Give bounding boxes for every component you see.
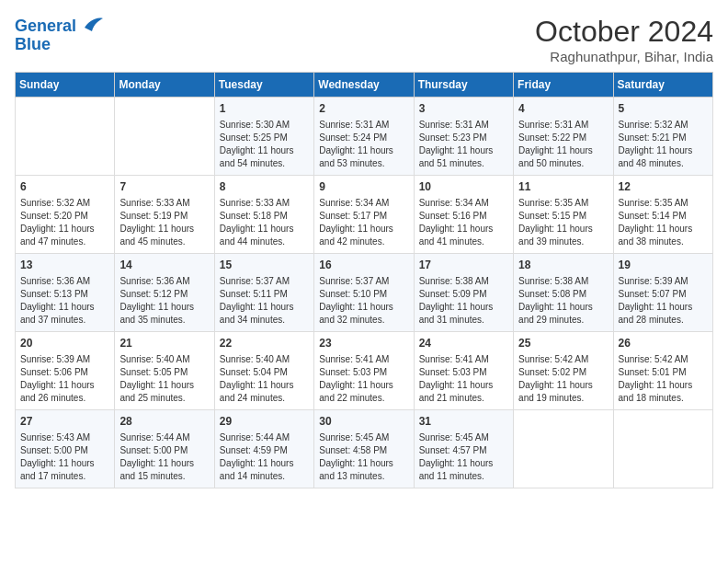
day-number: 29 bbox=[220, 414, 309, 430]
day-info: Sunrise: 5:37 AM Sunset: 5:10 PM Dayligh… bbox=[319, 275, 408, 327]
calendar-cell: 8Sunrise: 5:33 AM Sunset: 5:18 PM Daylig… bbox=[214, 176, 313, 254]
day-info: Sunrise: 5:39 AM Sunset: 5:06 PM Dayligh… bbox=[20, 353, 109, 405]
calendar-cell: 11Sunrise: 5:35 AM Sunset: 5:15 PM Dayli… bbox=[514, 176, 613, 254]
calendar-cell: 25Sunrise: 5:42 AM Sunset: 5:02 PM Dayli… bbox=[514, 332, 613, 410]
day-number: 6 bbox=[20, 179, 109, 195]
day-info: Sunrise: 5:42 AM Sunset: 5:02 PM Dayligh… bbox=[518, 353, 608, 405]
calendar-cell: 13Sunrise: 5:36 AM Sunset: 5:13 PM Dayli… bbox=[16, 254, 115, 332]
logo-general: General bbox=[15, 17, 76, 35]
day-info: Sunrise: 5:38 AM Sunset: 5:08 PM Dayligh… bbox=[518, 275, 608, 327]
calendar-cell bbox=[514, 410, 613, 488]
calendar-cell: 3Sunrise: 5:31 AM Sunset: 5:23 PM Daylig… bbox=[414, 98, 513, 176]
col-header-sunday: Sunday bbox=[16, 73, 115, 98]
calendar-cell: 17Sunrise: 5:38 AM Sunset: 5:09 PM Dayli… bbox=[414, 254, 513, 332]
day-number: 27 bbox=[20, 414, 109, 430]
day-number: 21 bbox=[119, 336, 209, 351]
calendar-cell: 29Sunrise: 5:44 AM Sunset: 4:59 PM Dayli… bbox=[214, 410, 313, 488]
day-number: 7 bbox=[119, 179, 209, 195]
day-info: Sunrise: 5:41 AM Sunset: 5:03 PM Dayligh… bbox=[419, 353, 508, 405]
day-number: 24 bbox=[419, 336, 508, 351]
day-number: 3 bbox=[419, 101, 508, 117]
calendar-cell: 14Sunrise: 5:36 AM Sunset: 5:12 PM Dayli… bbox=[115, 254, 214, 332]
calendar-cell: 5Sunrise: 5:32 AM Sunset: 5:21 PM Daylig… bbox=[613, 98, 712, 176]
col-header-tuesday: Tuesday bbox=[214, 73, 313, 98]
day-info: Sunrise: 5:33 AM Sunset: 5:19 PM Dayligh… bbox=[119, 197, 209, 248]
calendar-cell: 24Sunrise: 5:41 AM Sunset: 5:03 PM Dayli… bbox=[414, 332, 513, 410]
day-info: Sunrise: 5:45 AM Sunset: 4:58 PM Dayligh… bbox=[319, 431, 408, 483]
calendar-cell: 7Sunrise: 5:33 AM Sunset: 5:19 PM Daylig… bbox=[115, 176, 214, 254]
day-info: Sunrise: 5:36 AM Sunset: 5:12 PM Dayligh… bbox=[119, 275, 209, 327]
calendar-cell bbox=[613, 410, 712, 488]
day-info: Sunrise: 5:32 AM Sunset: 5:20 PM Dayligh… bbox=[20, 197, 109, 248]
calendar-cell: 10Sunrise: 5:34 AM Sunset: 5:16 PM Dayli… bbox=[414, 176, 513, 254]
page-header: General Blue October 2024 Raghunathpur, … bbox=[15, 15, 713, 64]
day-number: 15 bbox=[220, 258, 309, 273]
calendar-cell: 4Sunrise: 5:31 AM Sunset: 5:22 PM Daylig… bbox=[514, 98, 613, 176]
day-info: Sunrise: 5:43 AM Sunset: 5:00 PM Dayligh… bbox=[20, 431, 109, 483]
calendar-cell: 22Sunrise: 5:40 AM Sunset: 5:04 PM Dayli… bbox=[214, 332, 313, 410]
calendar-cell: 1Sunrise: 5:30 AM Sunset: 5:25 PM Daylig… bbox=[214, 98, 313, 176]
day-number: 26 bbox=[619, 336, 708, 351]
calendar-week-row: 20Sunrise: 5:39 AM Sunset: 5:06 PM Dayli… bbox=[16, 332, 713, 410]
calendar-week-row: 13Sunrise: 5:36 AM Sunset: 5:13 PM Dayli… bbox=[16, 254, 713, 332]
day-number: 18 bbox=[518, 258, 608, 273]
calendar-table: SundayMondayTuesdayWednesdayThursdayFrid… bbox=[15, 72, 713, 488]
day-info: Sunrise: 5:34 AM Sunset: 5:16 PM Dayligh… bbox=[419, 197, 508, 248]
location: Raghunathpur, Bihar, India bbox=[535, 49, 713, 64]
calendar-cell: 30Sunrise: 5:45 AM Sunset: 4:58 PM Dayli… bbox=[314, 410, 414, 488]
logo-bird-icon bbox=[83, 15, 103, 31]
day-info: Sunrise: 5:40 AM Sunset: 5:05 PM Dayligh… bbox=[119, 353, 209, 405]
day-number: 16 bbox=[319, 258, 408, 273]
day-info: Sunrise: 5:44 AM Sunset: 4:59 PM Dayligh… bbox=[220, 431, 309, 483]
day-info: Sunrise: 5:45 AM Sunset: 4:57 PM Dayligh… bbox=[419, 431, 508, 483]
day-number: 2 bbox=[319, 101, 408, 117]
day-number: 12 bbox=[619, 179, 708, 195]
day-number: 31 bbox=[419, 414, 508, 430]
col-header-friday: Friday bbox=[514, 73, 613, 98]
col-header-thursday: Thursday bbox=[414, 73, 513, 98]
calendar-cell: 21Sunrise: 5:40 AM Sunset: 5:05 PM Dayli… bbox=[115, 332, 214, 410]
day-info: Sunrise: 5:31 AM Sunset: 5:23 PM Dayligh… bbox=[419, 119, 508, 170]
day-number: 25 bbox=[518, 336, 608, 351]
day-number: 20 bbox=[20, 336, 109, 351]
col-header-saturday: Saturday bbox=[613, 73, 712, 98]
logo-blue: Blue bbox=[15, 36, 103, 54]
day-info: Sunrise: 5:40 AM Sunset: 5:04 PM Dayligh… bbox=[220, 353, 309, 405]
calendar-cell bbox=[115, 98, 214, 176]
day-number: 28 bbox=[119, 414, 209, 430]
calendar-cell: 20Sunrise: 5:39 AM Sunset: 5:06 PM Dayli… bbox=[16, 332, 115, 410]
day-info: Sunrise: 5:35 AM Sunset: 5:15 PM Dayligh… bbox=[518, 197, 608, 248]
day-number: 1 bbox=[220, 101, 309, 117]
day-number: 19 bbox=[619, 258, 708, 273]
col-header-monday: Monday bbox=[115, 73, 214, 98]
day-number: 13 bbox=[20, 258, 109, 273]
calendar-week-row: 1Sunrise: 5:30 AM Sunset: 5:25 PM Daylig… bbox=[16, 98, 713, 176]
calendar-cell: 23Sunrise: 5:41 AM Sunset: 5:03 PM Dayli… bbox=[314, 332, 414, 410]
calendar-cell: 26Sunrise: 5:42 AM Sunset: 5:01 PM Dayli… bbox=[613, 332, 712, 410]
calendar-cell bbox=[16, 98, 115, 176]
day-number: 11 bbox=[518, 179, 608, 195]
day-number: 10 bbox=[419, 179, 508, 195]
day-info: Sunrise: 5:37 AM Sunset: 5:11 PM Dayligh… bbox=[220, 275, 309, 327]
day-number: 30 bbox=[319, 414, 408, 430]
day-info: Sunrise: 5:39 AM Sunset: 5:07 PM Dayligh… bbox=[619, 275, 708, 327]
calendar-cell: 12Sunrise: 5:35 AM Sunset: 5:14 PM Dayli… bbox=[613, 176, 712, 254]
day-info: Sunrise: 5:31 AM Sunset: 5:22 PM Dayligh… bbox=[518, 119, 608, 170]
day-number: 8 bbox=[220, 179, 309, 195]
day-info: Sunrise: 5:30 AM Sunset: 5:25 PM Dayligh… bbox=[220, 119, 309, 170]
calendar-cell: 16Sunrise: 5:37 AM Sunset: 5:10 PM Dayli… bbox=[314, 254, 414, 332]
calendar-cell: 31Sunrise: 5:45 AM Sunset: 4:57 PM Dayli… bbox=[414, 410, 513, 488]
calendar-week-row: 27Sunrise: 5:43 AM Sunset: 5:00 PM Dayli… bbox=[16, 410, 713, 488]
calendar-cell: 28Sunrise: 5:44 AM Sunset: 5:00 PM Dayli… bbox=[115, 410, 214, 488]
day-number: 9 bbox=[319, 179, 408, 195]
day-info: Sunrise: 5:32 AM Sunset: 5:21 PM Dayligh… bbox=[619, 119, 708, 170]
calendar-cell: 27Sunrise: 5:43 AM Sunset: 5:00 PM Dayli… bbox=[16, 410, 115, 488]
day-info: Sunrise: 5:42 AM Sunset: 5:01 PM Dayligh… bbox=[619, 353, 708, 405]
logo: General Blue bbox=[15, 15, 103, 54]
col-header-wednesday: Wednesday bbox=[314, 73, 414, 98]
calendar-week-row: 6Sunrise: 5:32 AM Sunset: 5:20 PM Daylig… bbox=[16, 176, 713, 254]
calendar-cell: 2Sunrise: 5:31 AM Sunset: 5:24 PM Daylig… bbox=[314, 98, 414, 176]
title-block: October 2024 Raghunathpur, Bihar, India bbox=[535, 15, 713, 64]
day-info: Sunrise: 5:35 AM Sunset: 5:14 PM Dayligh… bbox=[619, 197, 708, 248]
day-info: Sunrise: 5:44 AM Sunset: 5:00 PM Dayligh… bbox=[119, 431, 209, 483]
